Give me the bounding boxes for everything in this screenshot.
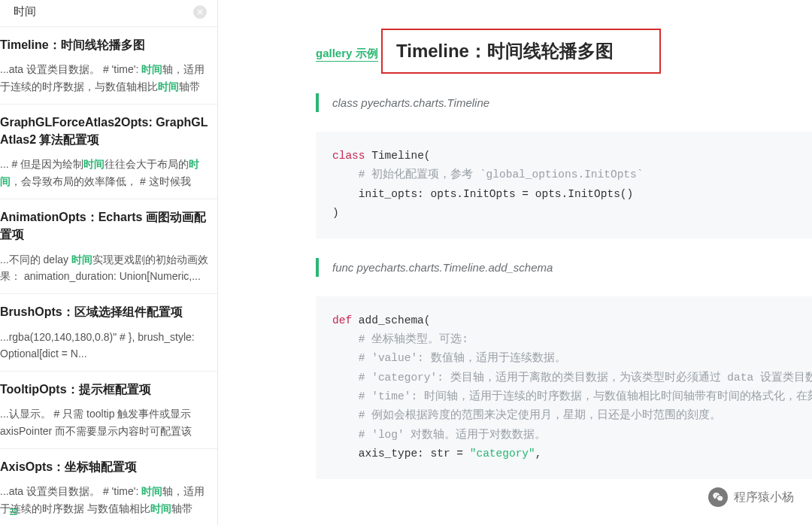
watermark: 程序猿小杨 [708,487,794,507]
result-title: AnimationOpts：Echarts 画图动画配置项 [0,208,208,243]
menu-icon[interactable]: ≡ [9,503,19,520]
search-result[interactable]: AnimationOpts：Echarts 画图动画配置项 ...不同的 del… [0,199,217,293]
search-row: 时间 ✕ [0,0,217,26]
search-result[interactable]: GraphGLForceAtlas2Opts: GraphGL Atlas2 算… [0,104,217,199]
wechat-icon [708,487,728,507]
result-snippet: ...认显示。 # 只需 tooltip 触发事件或显示 axisPointer… [0,405,208,439]
clear-search-icon[interactable]: ✕ [193,5,207,19]
result-snippet: ... # 但是因为绘制时间往往会大于布局的时间，会导致布局的效率降低， # 这… [0,156,208,190]
search-result[interactable]: TooltipOpts：提示框配置项 ...认显示。 # 只需 tooltip … [0,371,217,448]
result-title: BrushOpts：区域选择组件配置项 [0,303,208,320]
result-snippet: ...不同的 delay 时间实现更戏剧的初始动画效果： animation_d… [0,251,208,285]
headline-highlight-box: Timeline：时间线轮播多图 [381,29,661,74]
watermark-text: 程序猿小杨 [734,490,794,505]
gallery-link[interactable]: gallery 示例 [316,47,378,62]
result-title: GraphGLForceAtlas2Opts: GraphGL Atlas2 算… [0,114,208,148]
search-result[interactable]: Timeline：时间线轮播多图 ...ata 设置类目数据。 # 'time'… [0,26,217,104]
result-title: TooltipOpts：提示框配置项 [0,381,208,398]
code-block: def add_schema( # 坐标轴类型。可选: # 'value': 数… [316,296,812,479]
app-root: 时间 ✕ Timeline：时间线轮播多图 ...ata 设置类目数据。 # '… [0,0,812,525]
result-title: AxisOpts：坐标轴配置项 [0,458,208,475]
api-signature-quote: func pyecharts.charts.Timeline.add_schem… [316,258,812,277]
api-signature-quote: class pyecharts.charts.Timeline [316,93,812,112]
search-result[interactable]: BrushOpts：区域选择组件配置项 ...rgba(120,140,180,… [0,293,217,371]
page-title: Timeline：时间线轮播多图 [396,39,646,63]
doc-content: gallery 示例 Timeline：时间线轮播多图 class pyecha… [218,0,812,525]
result-snippet: ...rgba(120,140,180,0.8)" # }, brush_sty… [0,329,208,363]
search-result[interactable]: AxisOpts：坐标轴配置项 ...ata 设置类目数据。 # 'time':… [0,448,217,525]
search-sidebar: 时间 ✕ Timeline：时间线轮播多图 ...ata 设置类目数据。 # '… [0,0,218,525]
result-snippet: ...ata 设置类目数据。 # 'time': 时间轴，适用于连续的时序数据，… [0,61,208,95]
search-input[interactable]: 时间 [14,5,193,19]
result-snippet: ...ata 设置类目数据。 # 'time': 时间轴，适用于连续的时序数据 … [0,483,208,517]
code-block: class Timeline( # 初始化配置项，参考 `global_opti… [316,132,812,238]
result-title: Timeline：时间线轮播多图 [0,36,208,53]
